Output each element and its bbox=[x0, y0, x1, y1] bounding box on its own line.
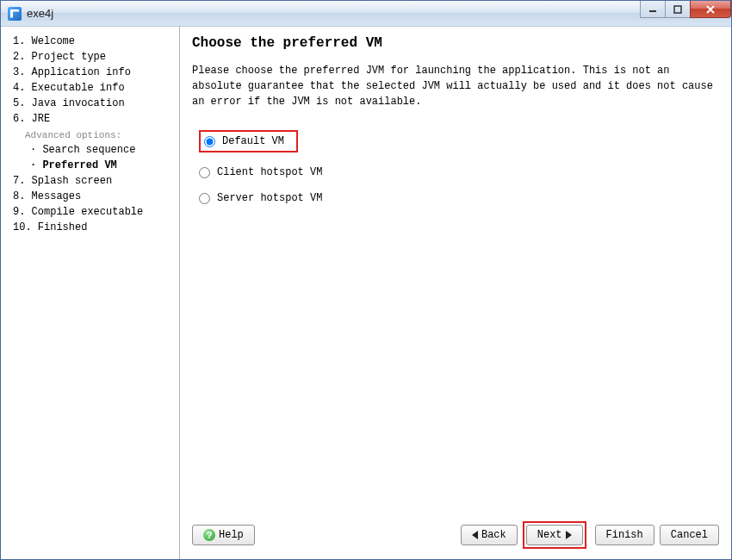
radio-default-vm-row: Default VM bbox=[199, 125, 719, 158]
step-splash-screen[interactable]: 7. Splash screen bbox=[6, 173, 174, 189]
substep-search-sequence[interactable]: · Search sequence bbox=[6, 142, 174, 158]
substep-preferred-vm[interactable]: · Preferred VM bbox=[6, 158, 174, 173]
step-list: 1. Welcome 2. Project type 3. Applicatio… bbox=[6, 34, 174, 235]
maximize-icon bbox=[673, 5, 682, 14]
minimize-icon bbox=[648, 5, 657, 14]
sidebar: 1. Welcome 2. Project type 3. Applicatio… bbox=[1, 27, 180, 559]
minimize-button[interactable] bbox=[640, 1, 666, 18]
step-project-type[interactable]: 2. Project type bbox=[6, 49, 174, 65]
step-jre[interactable]: 6. JRE bbox=[6, 111, 174, 127]
help-icon: ? bbox=[203, 529, 215, 541]
step-finished[interactable]: 10. Finished bbox=[6, 220, 174, 235]
step-welcome[interactable]: 1. Welcome bbox=[6, 34, 174, 49]
help-button[interactable]: ? Help bbox=[192, 525, 255, 545]
app-icon bbox=[8, 7, 22, 21]
cancel-button[interactable]: Cancel bbox=[660, 525, 719, 545]
radio-client-hotspot-row: Client hotspot VM bbox=[199, 161, 719, 184]
radio-default-vm[interactable] bbox=[204, 136, 215, 147]
window-controls bbox=[641, 1, 731, 18]
chevron-right-icon bbox=[566, 531, 572, 539]
step-compile-executable[interactable]: 9. Compile executable bbox=[6, 204, 174, 220]
page-description: Please choose the preferred JVM for laun… bbox=[192, 63, 719, 109]
next-button[interactable]: Next bbox=[526, 525, 583, 545]
close-icon bbox=[705, 5, 716, 14]
svg-rect-1 bbox=[674, 6, 681, 13]
chevron-left-icon bbox=[472, 531, 478, 539]
titlebar[interactable]: exe4j bbox=[1, 1, 731, 27]
close-button[interactable] bbox=[690, 1, 731, 18]
maximize-button[interactable] bbox=[665, 1, 691, 18]
step-messages[interactable]: 8. Messages bbox=[6, 189, 174, 204]
step-executable-info[interactable]: 4. Executable info bbox=[6, 80, 174, 96]
radio-client-hotspot-label[interactable]: Client hotspot VM bbox=[217, 166, 322, 178]
radio-default-vm-label[interactable]: Default VM bbox=[222, 135, 284, 147]
radio-server-hotspot-row: Server hotspot VM bbox=[199, 187, 719, 209]
radio-server-hotspot[interactable] bbox=[199, 193, 210, 204]
highlight-default-vm: Default VM bbox=[199, 130, 298, 152]
step-java-invocation[interactable]: 5. Java invocation bbox=[6, 96, 174, 111]
back-button[interactable]: Back bbox=[461, 525, 518, 545]
window-title: exe4j bbox=[27, 7, 53, 20]
radio-client-hotspot[interactable] bbox=[199, 167, 210, 178]
button-bar: ? Help Back Next Finish Cancel bbox=[192, 521, 719, 549]
advanced-options-label: Advanced options: bbox=[6, 128, 174, 142]
radio-server-hotspot-label[interactable]: Server hotspot VM bbox=[217, 192, 322, 204]
finish-button[interactable]: Finish bbox=[595, 525, 654, 545]
step-application-info[interactable]: 3. Application info bbox=[6, 65, 174, 80]
content-area: 1. Welcome 2. Project type 3. Applicatio… bbox=[1, 27, 731, 559]
main-window: exe4j 1. Welcome 2. Project type 3. Appl… bbox=[0, 0, 732, 560]
vm-radio-group: Default VM Client hotspot VM Server hots… bbox=[192, 125, 719, 213]
main-panel: Choose the preferred VM Please choose th… bbox=[180, 27, 731, 559]
page-heading: Choose the preferred VM bbox=[192, 35, 719, 51]
highlight-next-button: Next bbox=[523, 521, 586, 549]
